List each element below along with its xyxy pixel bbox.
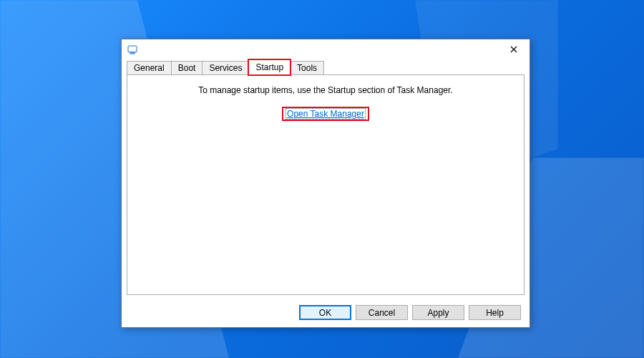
- tab-services[interactable]: Services: [202, 61, 249, 75]
- tab-general[interactable]: General: [127, 61, 172, 75]
- apply-button[interactable]: Apply: [412, 305, 464, 320]
- close-button[interactable]: [499, 40, 528, 59]
- titlebar: [122, 39, 530, 59]
- link-highlight-box: Open Task Manager: [283, 108, 368, 120]
- open-task-manager-link[interactable]: Open Task Manager: [286, 108, 366, 120]
- app-icon: [127, 44, 139, 55]
- tab-panel-startup: To manage startup items, use the Startup…: [127, 74, 525, 295]
- tab-boot[interactable]: Boot: [171, 61, 203, 75]
- cancel-button[interactable]: Cancel: [356, 305, 408, 320]
- svg-rect-2: [130, 52, 135, 54]
- tab-row: General Boot Services Startup Tools: [127, 59, 525, 74]
- tabs-container: General Boot Services Startup Tools To m…: [122, 59, 530, 295]
- tab-tools[interactable]: Tools: [290, 61, 324, 75]
- dialog-buttons: OK Cancel Apply Help: [299, 305, 521, 320]
- help-button[interactable]: Help: [469, 305, 521, 320]
- startup-info-text: To manage startup items, use the Startup…: [127, 85, 524, 95]
- svg-rect-1: [129, 47, 136, 51]
- tab-startup[interactable]: Startup: [248, 59, 291, 75]
- ok-button[interactable]: OK: [299, 305, 351, 320]
- svg-rect-3: [130, 54, 135, 54]
- desktop-background: General Boot Services Startup Tools To m…: [0, 0, 644, 358]
- link-container: Open Task Manager: [127, 108, 524, 120]
- msconfig-window: General Boot Services Startup Tools To m…: [121, 39, 530, 328]
